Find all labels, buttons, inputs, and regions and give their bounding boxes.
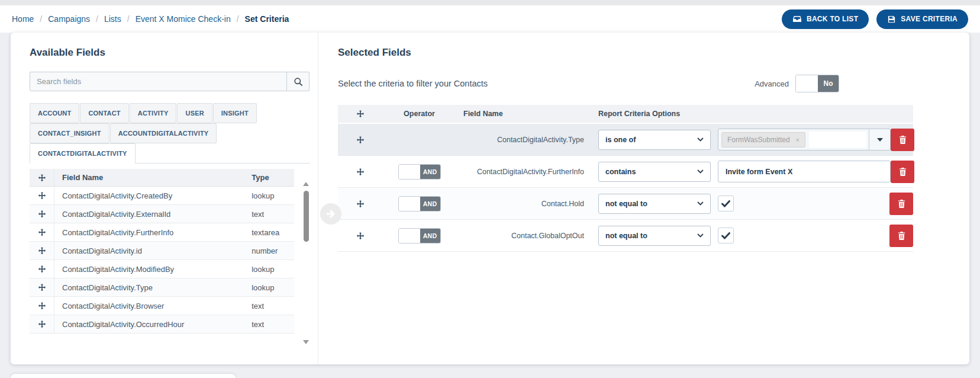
field-row[interactable]: ContactDigitalActivity.ModifiedBy lookup [30, 260, 294, 278]
field-row[interactable]: ContactDigitalActivity.OccurredHour text [30, 315, 294, 334]
search-icon [294, 77, 303, 87]
back-to-list-label: BACK TO LIST [807, 15, 858, 23]
type-header: Type [252, 173, 294, 182]
tab-contactdigitalactivity[interactable]: CONTACTDIGITALACTIVITY [30, 143, 136, 164]
field-row[interactable]: ContactDigitalActivity.Type lookup [30, 278, 294, 297]
tab-insight[interactable]: INSIGHT [213, 103, 257, 123]
field-type: lookup [252, 265, 294, 274]
field-name: ContactDigitalActivity.ExternalId [54, 210, 252, 219]
check-icon [721, 232, 730, 239]
fields-table-wrap: Field Name Type ContactDigitalActivity.C… [30, 169, 310, 344]
drag-handle-icon[interactable] [30, 205, 54, 223]
drag-handle-icon[interactable] [30, 315, 54, 333]
breadcrumb-campaigns[interactable]: Campaigns [48, 14, 90, 24]
scroll-up-icon[interactable] [303, 182, 309, 186]
drag-handle-icon[interactable] [30, 260, 54, 278]
drag-handle-icon[interactable] [30, 187, 54, 204]
chevron-down-icon [697, 201, 704, 206]
options-header: Report Criteria Options [598, 110, 913, 118]
scroll-down-icon[interactable] [303, 340, 309, 344]
advanced-toggle[interactable]: No [795, 75, 839, 92]
drag-handle-icon[interactable] [338, 232, 382, 240]
condition-select[interactable]: contains [598, 162, 711, 182]
condition-select[interactable]: is one of [598, 130, 711, 150]
drag-handle-icon[interactable] [30, 278, 54, 296]
condition-select[interactable]: not equal to [598, 194, 711, 214]
tab-contact[interactable]: CONTACT [80, 103, 128, 123]
search-button[interactable] [286, 72, 310, 91]
drag-handle-icon[interactable] [338, 168, 382, 176]
fields-table-header: Field Name Type [30, 169, 294, 187]
drag-handle-icon[interactable] [338, 136, 382, 144]
operator-cell: AND [382, 196, 456, 212]
delete-criteria-button[interactable] [891, 161, 914, 183]
arrow-right-icon [325, 208, 337, 220]
chip-remove-icon[interactable]: × [796, 136, 800, 143]
operator-toggle[interactable]: AND [398, 228, 441, 244]
field-row[interactable]: ContactDigitalActivity.ExternalId text [30, 205, 294, 223]
main-content: Available Fields ACCOUNT CONTACT ACTIVIT… [0, 33, 980, 364]
field-name-header: Field Name [456, 110, 598, 118]
multiselect-dropdown-button[interactable] [869, 129, 890, 150]
value-checkbox-checked[interactable] [718, 228, 734, 244]
operator-toggle[interactable]: AND [398, 196, 441, 212]
delete-criteria-button[interactable] [889, 193, 913, 215]
available-fields-title: Available Fields [30, 47, 310, 59]
tab-user[interactable]: USER [177, 103, 212, 123]
field-row[interactable]: ContactDigitalActivity.Browser text [30, 297, 294, 315]
condition-select[interactable]: not equal to [598, 226, 711, 246]
condition-value: not equal to [605, 200, 647, 208]
tab-contact-insight[interactable]: CONTACT_INSIGHT [30, 123, 109, 143]
operator-cell: AND [382, 164, 456, 180]
chevron-down-icon [697, 137, 704, 142]
criteria-options-cell: not equal to [598, 193, 913, 215]
field-name: ContactDigitalActivity.Type [54, 283, 252, 292]
field-row[interactable]: ContactDigitalActivity.id number [30, 242, 294, 260]
drag-handle-icon[interactable] [30, 223, 54, 241]
search-input[interactable] [30, 72, 287, 91]
operator-toggle[interactable]: AND [398, 164, 441, 180]
criteria-card: Available Fields ACCOUNT CONTACT ACTIVIT… [11, 33, 969, 364]
field-type: lookup [252, 283, 294, 292]
breadcrumb: Home / Campaigns / Lists / Event X Momic… [12, 14, 289, 24]
save-criteria-button[interactable]: SAVE CRITERIA [876, 9, 968, 29]
operator-toggle-value: AND [420, 197, 440, 211]
tab-account[interactable]: ACCOUNT [30, 103, 79, 123]
delete-criteria-button[interactable] [891, 129, 914, 151]
trash-icon [897, 231, 906, 241]
breadcrumb-separator: / [237, 14, 239, 24]
drag-handle-icon[interactable] [30, 297, 54, 315]
breadcrumb-lists[interactable]: Lists [104, 14, 121, 24]
scrollbar-thumb[interactable] [304, 191, 309, 242]
advanced-label: Advanced [755, 79, 789, 88]
move-right-button[interactable] [320, 203, 341, 225]
field-row[interactable]: ContactDigitalActivity.FurtherInfo texta… [30, 223, 294, 242]
field-type: text [252, 210, 294, 219]
criteria-value-input[interactable] [718, 161, 891, 182]
entity-tabs: ACCOUNT CONTACT ACTIVITY USER INSIGHT CO… [30, 103, 310, 164]
criteria-row: AND ContactDigitalActivity.FurtherInfo c… [338, 156, 913, 188]
operator-toggle-left [399, 165, 420, 179]
tab-activity[interactable]: ACTIVITY [130, 103, 177, 123]
breadcrumb-home[interactable]: Home [12, 14, 34, 24]
value-multiselect[interactable]: FormWasSubmitted × [718, 129, 891, 150]
multiselect-input[interactable] [809, 132, 866, 148]
available-fields-panel: Available Fields ACCOUNT CONTACT ACTIVIT… [11, 33, 318, 364]
delete-criteria-button[interactable] [889, 225, 913, 247]
criteria-field-name: ContactDigitalActivity.FurtherInfo [456, 168, 598, 176]
multiselect-body: FormWasSubmitted × [718, 129, 869, 150]
drag-handle-icon[interactable] [30, 242, 54, 260]
move-icon [30, 169, 54, 186]
tab-accountdigitalactivity[interactable]: ACCOUNTDIGITALACTIVITY [110, 123, 217, 143]
operator-toggle-left [399, 197, 420, 211]
breadcrumb-list-name[interactable]: Event X Momice Check-in [136, 14, 231, 24]
breadcrumb-current: Set Criteria [245, 14, 289, 24]
field-row[interactable]: ContactDigitalActivity.CreatedBy lookup [30, 187, 294, 205]
chip-label: FormWasSubmitted [727, 136, 790, 144]
fields-scrollbar[interactable] [302, 169, 310, 344]
value-checkbox-checked[interactable] [718, 196, 734, 212]
drag-handle-icon[interactable] [338, 200, 382, 208]
back-to-list-button[interactable]: BACK TO LIST [782, 9, 869, 29]
field-type: textarea [252, 228, 294, 237]
field-name: ContactDigitalActivity.FurtherInfo [54, 228, 252, 237]
